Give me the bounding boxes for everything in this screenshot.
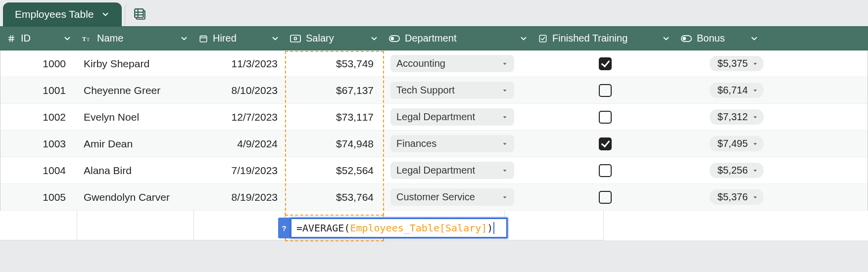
chevron-down-icon[interactable] [745,34,759,43]
bonus-select[interactable]: $5,375 [710,56,764,71]
pill-icon [681,35,692,42]
column-header-row: ID TT Name Hired [0,27,868,50]
bonus-select[interactable]: $5,256 [710,163,764,178]
empty-cell[interactable] [505,211,604,240]
column-label: Name [97,33,123,44]
cell-name[interactable]: Alana Bird [78,157,194,183]
cell-salary[interactable]: $53,749 [286,50,385,77]
cell-salary[interactable]: $67,137 [286,77,385,103]
cell-bonus[interactable]: $5,376 [676,184,771,210]
finished-training-checkbox[interactable] [599,164,612,177]
cell-hired[interactable]: 8/19/2023 [194,184,286,210]
department-select[interactable]: Tech Support [390,82,514,99]
cell-id[interactable]: 1000 [0,50,78,77]
caret-down-icon [752,114,759,121]
calendar-icon [199,34,208,43]
cell-hired[interactable]: 12/7/2023 [194,104,286,130]
cell-name[interactable]: Evelyn Noel [78,104,194,130]
cell-finished-training[interactable] [534,50,676,77]
svg-marker-31 [754,170,757,172]
chevron-down-icon[interactable] [101,10,110,19]
cell-hired[interactable]: 8/10/2023 [194,77,286,103]
cell-id[interactable]: 1005 [0,184,78,210]
column-header-department[interactable]: Department [384,27,533,50]
cell-finished-training[interactable] [534,104,676,130]
finished-training-checkbox[interactable] [599,191,612,204]
department-select[interactable]: Customer Service [390,188,514,206]
bonus-select[interactable]: $7,495 [710,136,764,151]
cell-bonus[interactable]: $7,495 [676,131,771,157]
cell-department[interactable]: Customer Service [385,184,534,210]
cell-bonus[interactable]: $5,375 [676,50,771,77]
cell-bonus[interactable]: $5,256 [676,157,771,183]
cell-department[interactable]: Accounting [385,50,534,77]
finished-training-checkbox[interactable] [599,111,612,124]
chevron-down-icon[interactable] [58,34,72,43]
department-select[interactable]: Legal Department [390,162,514,179]
cell-id[interactable]: 1001 [0,77,78,103]
chevron-down-icon[interactable] [266,34,280,43]
cell-salary[interactable]: $53,764 [286,184,385,210]
caret-down-icon [752,87,759,94]
cell-hired[interactable]: 11/3/2023 [194,50,286,77]
department-select[interactable]: Accounting [390,55,514,72]
column-header-finished-training[interactable]: Finished Training [533,27,676,50]
cell-id[interactable]: 1004 [0,157,78,183]
bonus-select[interactable]: $5,376 [710,189,764,205]
finished-training-checkbox[interactable] [599,137,612,150]
column-header-id[interactable]: ID [0,27,77,50]
cell-name[interactable]: Kirby Shepard [78,50,194,77]
empty-cell[interactable] [77,211,194,240]
cell-finished-training[interactable] [534,131,676,157]
bonus-select[interactable]: $6,714 [710,83,764,98]
cell-id[interactable]: 1003 [0,131,78,157]
currency-icon [290,35,301,43]
table-grid-icon [134,8,146,21]
cell-hired[interactable]: 4/9/2024 [194,131,286,157]
caret-down-icon [501,194,508,201]
formula-editor[interactable]: ? =AVERAGE(Employees_Table[Salary]) [278,218,508,238]
department-value: Legal Department [396,165,475,176]
empty-cell[interactable] [194,211,285,240]
cell-bonus[interactable]: $7,312 [676,104,771,130]
add-view-button[interactable] [125,2,155,26]
svg-point-16 [294,37,296,40]
cell-finished-training[interactable] [534,77,676,103]
cell-department[interactable]: Legal Department [385,157,534,183]
chevron-down-icon[interactable] [657,34,671,43]
chevron-down-icon[interactable] [175,34,189,43]
bonus-select[interactable]: $7,312 [710,109,764,125]
column-header-hired[interactable]: Hired [194,27,285,50]
cell-id[interactable]: 1002 [0,104,78,130]
chevron-down-icon[interactable] [514,34,528,43]
svg-point-18 [391,37,393,40]
cell-name[interactable]: Gwendolyn Carver [78,184,194,210]
column-header-name[interactable]: TT Name [77,27,194,50]
cell-department[interactable]: Finances [385,131,534,157]
tab-employees-table[interactable]: Employees Table [3,2,122,26]
column-label: Bonus [697,33,725,44]
bonus-value: $5,376 [718,191,748,203]
chevron-down-icon[interactable] [365,34,379,43]
cell-salary[interactable]: $74,948 [286,131,385,157]
formula-input[interactable]: =AVERAGE(Employees_Table[Salary]) [290,218,508,238]
cell-name[interactable]: Cheyenne Greer [78,77,194,103]
cell-finished-training[interactable] [534,184,676,210]
department-select[interactable]: Legal Department [390,108,514,126]
cell-bonus[interactable]: $6,714 [676,77,771,103]
column-header-salary[interactable]: Salary [285,27,384,50]
cell-name[interactable]: Amir Dean [78,131,194,157]
cell-department[interactable]: Tech Support [385,77,534,103]
department-select[interactable]: Finances [390,135,514,152]
finished-training-checkbox[interactable] [599,84,612,97]
cell-department[interactable]: Legal Department [385,104,534,130]
finished-training-checkbox[interactable] [599,57,612,70]
empty-cell[interactable] [0,211,77,240]
svg-text:T: T [87,37,90,42]
column-header-bonus[interactable]: Bonus [676,27,770,50]
cell-salary[interactable]: $52,564 [286,157,385,183]
cell-salary[interactable]: $73,117 [286,104,385,130]
cell-finished-training[interactable] [534,157,676,183]
formula-help-button[interactable]: ? [278,218,290,238]
cell-hired[interactable]: 7/19/2023 [194,157,286,183]
